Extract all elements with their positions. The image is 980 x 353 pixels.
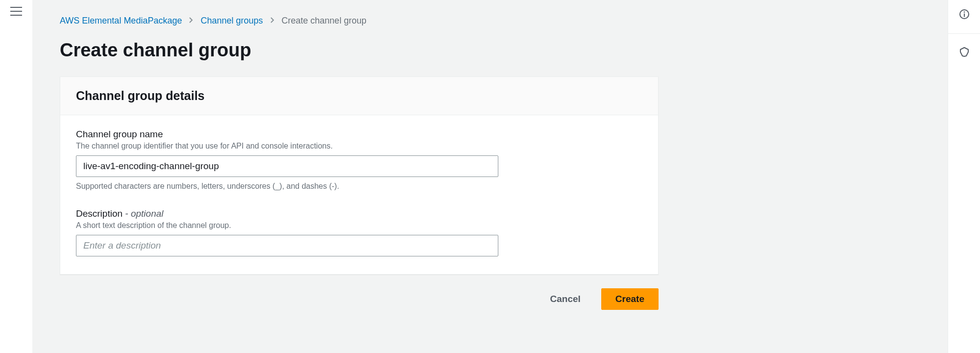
name-label: Channel group name xyxy=(76,129,642,140)
svg-point-1 xyxy=(963,11,965,13)
panel-header: Channel group details xyxy=(60,77,658,115)
rail-divider xyxy=(948,33,980,34)
description-field: Description - optional A short text desc… xyxy=(76,208,642,256)
main-content: AWS Elemental MediaPackage Channel group… xyxy=(32,0,948,353)
panel-body: Channel group name The channel group ide… xyxy=(60,115,658,274)
description-input[interactable] xyxy=(76,235,498,256)
chevron-right-icon xyxy=(270,16,275,26)
page-title: Create channel group xyxy=(60,40,920,61)
breadcrumb-channel-groups-link[interactable]: Channel groups xyxy=(200,16,263,26)
breadcrumb: AWS Elemental MediaPackage Channel group… xyxy=(60,16,920,26)
description-label: Description - optional xyxy=(76,208,642,219)
channel-group-name-field: Channel group name The channel group ide… xyxy=(76,129,642,191)
name-hint: The channel group identifier that you us… xyxy=(76,142,642,151)
cancel-button[interactable]: Cancel xyxy=(537,288,594,310)
shield-icon[interactable] xyxy=(959,47,970,57)
chevron-right-icon xyxy=(189,16,194,26)
name-constraint: Supported characters are numbers, letter… xyxy=(76,182,642,191)
panel-title: Channel group details xyxy=(76,89,642,103)
right-rail xyxy=(948,0,980,353)
svg-rect-2 xyxy=(964,14,965,17)
breadcrumb-current: Create channel group xyxy=(282,16,367,26)
svg-marker-3 xyxy=(960,48,968,56)
create-button[interactable]: Create xyxy=(601,288,659,310)
breadcrumb-root-link[interactable]: AWS Elemental MediaPackage xyxy=(60,16,182,26)
channel-group-name-input[interactable] xyxy=(76,155,498,177)
description-optional-suffix: - optional xyxy=(122,208,163,219)
description-label-text: Description xyxy=(76,208,122,219)
description-hint: A short text description of the channel … xyxy=(76,221,642,230)
channel-group-details-panel: Channel group details Channel group name… xyxy=(60,76,659,275)
hamburger-menu-icon[interactable] xyxy=(10,7,22,16)
left-rail xyxy=(0,0,32,353)
info-icon[interactable] xyxy=(959,9,970,20)
form-actions: Cancel Create xyxy=(60,288,659,310)
